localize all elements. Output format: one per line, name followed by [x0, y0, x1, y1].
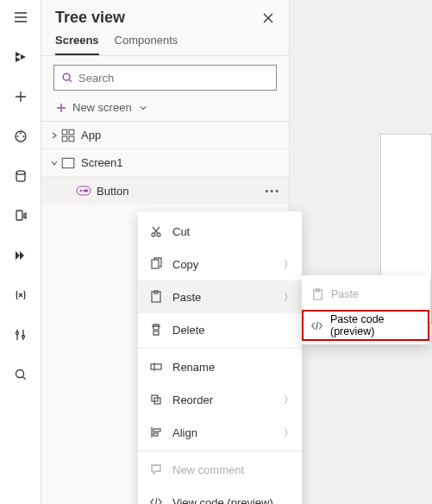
settings-sliders-icon[interactable] [7, 324, 34, 345]
menu-separator [138, 348, 302, 349]
menu-label: Copy [172, 258, 198, 271]
tree-label: Button [97, 185, 129, 198]
menu-label: View code (preview) [172, 496, 273, 505]
paste-icon [148, 289, 164, 305]
menu-reorder[interactable]: Reorder 〉 [138, 383, 302, 416]
code-icon [310, 318, 323, 332]
chevron-right-icon: 〉 [284, 258, 293, 271]
submenu-label: Paste [331, 288, 359, 300]
rename-icon [148, 359, 164, 375]
theme-icon[interactable] [7, 126, 34, 147]
menu-view-code[interactable]: View code (preview) [138, 486, 302, 504]
menu-separator [138, 450, 302, 451]
submenu-paste-code[interactable]: Paste code (preview) [302, 310, 429, 341]
insert-icon[interactable] [7, 86, 34, 107]
new-screen-button[interactable]: New screen [41, 94, 289, 121]
menu-label: New comment [172, 463, 244, 476]
tree-label: Screen1 [81, 156, 122, 169]
svg-rect-20 [152, 260, 159, 268]
menu-label: Rename [172, 361, 215, 374]
svg-rect-17 [84, 190, 88, 192]
comment-icon [148, 462, 164, 477]
svg-point-16 [80, 190, 82, 192]
media-icon[interactable] [7, 205, 34, 226]
canvas-area[interactable] [290, 0, 432, 504]
delete-icon [148, 322, 164, 337]
tree-label: App [81, 129, 101, 142]
menu-label: Paste [172, 291, 201, 304]
menu-label: Delete [172, 324, 205, 337]
menu-rename[interactable]: Rename [138, 350, 302, 383]
menu-paste[interactable]: Paste 〉 [138, 280, 302, 313]
menu-copy[interactable]: Copy 〉 [138, 248, 302, 280]
more-icon[interactable]: ••• [265, 186, 280, 196]
search-icon [61, 72, 73, 84]
tree-item-button[interactable]: Button ••• [41, 177, 289, 205]
svg-point-4 [16, 171, 25, 174]
chevron-right-icon: 〉 [284, 426, 293, 439]
menu-new-comment: New comment [138, 453, 302, 486]
svg-rect-10 [62, 129, 67, 135]
svg-rect-5 [16, 211, 22, 220]
svg-point-9 [63, 73, 70, 80]
search-rail-icon[interactable] [7, 364, 34, 385]
svg-point-3 [16, 135, 18, 137]
svg-point-8 [16, 370, 23, 378]
chevron-right-icon: 〉 [284, 291, 293, 304]
svg-point-1 [20, 133, 22, 135]
tree-view-icon[interactable] [7, 47, 34, 67]
left-rail [0, 0, 41, 504]
cut-icon [148, 224, 164, 239]
tree-item-app[interactable]: App [41, 122, 289, 149]
menu-cut[interactable]: Cut [138, 215, 302, 248]
tree-item-screen1[interactable]: Screen1 [41, 149, 289, 177]
data-icon[interactable] [7, 166, 34, 186]
context-menu: Cut Copy 〉 Paste 〉 Delete Rename Reorder… [138, 211, 302, 504]
power-automate-icon[interactable] [7, 245, 34, 266]
app-icon [60, 128, 76, 143]
svg-rect-13 [69, 136, 74, 142]
chevron-right-icon: 〉 [284, 394, 293, 406]
hamburger-icon[interactable] [7, 7, 34, 28]
svg-point-7 [22, 336, 24, 338]
svg-rect-14 [62, 158, 74, 167]
menu-delete[interactable]: Delete [138, 313, 302, 346]
svg-rect-23 [151, 364, 161, 369]
svg-rect-27 [153, 433, 158, 436]
search-box[interactable] [53, 65, 277, 91]
submenu-label: Paste code (preview) [330, 313, 421, 337]
svg-point-2 [22, 135, 24, 137]
paste-icon [310, 287, 324, 301]
menu-label: Reorder [172, 394, 213, 406]
align-icon [148, 425, 164, 440]
tab-screens[interactable]: Screens [55, 34, 99, 55]
screen-icon [60, 155, 76, 171]
variables-icon[interactable] [7, 285, 34, 306]
svg-rect-12 [62, 136, 67, 142]
reorder-icon [148, 392, 164, 407]
code-icon [148, 495, 164, 504]
panel-title: Tree view [55, 9, 125, 27]
copy-icon [148, 256, 164, 272]
new-screen-label: New screen [72, 101, 132, 114]
button-control-icon [76, 183, 91, 198]
menu-label: Cut [172, 225, 190, 238]
paste-submenu: Paste Paste code (preview) [302, 275, 429, 344]
svg-point-6 [16, 332, 18, 335]
tab-components[interactable]: Components [115, 34, 178, 55]
svg-rect-26 [153, 429, 160, 432]
svg-point-19 [157, 233, 160, 236]
search-input[interactable] [78, 72, 269, 85]
menu-label: Align [172, 426, 197, 439]
submenu-paste: Paste [302, 279, 429, 310]
menu-align[interactable]: Align 〉 [138, 416, 302, 449]
close-icon[interactable] [260, 9, 277, 27]
svg-rect-11 [69, 129, 74, 135]
svg-point-18 [152, 233, 155, 236]
